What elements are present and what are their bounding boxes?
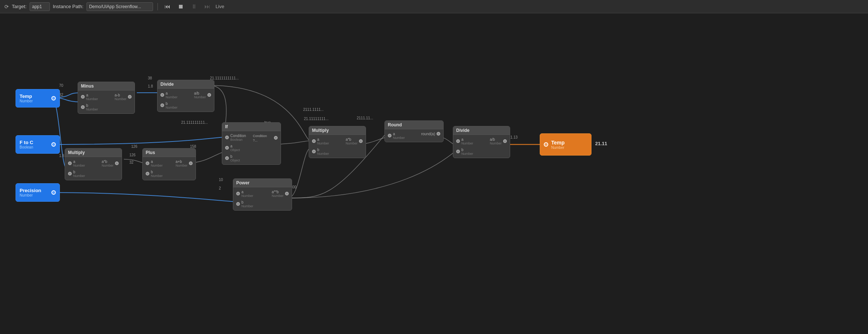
multiply2-node[interactable]: Multiply aNumber bNumber a*bNumber bbox=[309, 126, 366, 158]
divide1-port-out[interactable] bbox=[207, 93, 211, 97]
plus-input-a: aNumber bbox=[146, 159, 168, 167]
precision-input-title: Precision bbox=[20, 188, 41, 193]
multiply1-input-b: bNumber bbox=[68, 170, 92, 178]
multiply2-port-out[interactable] bbox=[359, 139, 363, 143]
minus-input-a: aNumber bbox=[81, 93, 105, 101]
forward-button[interactable]: ⏭ bbox=[202, 3, 213, 11]
round-port-a[interactable] bbox=[388, 134, 391, 137]
wire-value-70: 70 bbox=[59, 84, 63, 88]
wire-value-10: 10 bbox=[219, 178, 223, 182]
divide1-node[interactable]: Divide aNumber bNumber a/bNumber bbox=[157, 80, 214, 112]
ftoc-input-node[interactable]: F to C Boolean bbox=[16, 135, 60, 154]
divide2-input-b: bNumber bbox=[456, 147, 480, 156]
divider bbox=[157, 3, 158, 10]
precision-input-node[interactable]: Precision Number bbox=[16, 183, 60, 202]
divide2-port-a[interactable] bbox=[456, 139, 460, 143]
if-port-condition[interactable] bbox=[225, 136, 229, 139]
plus-input-b: bNumber bbox=[146, 170, 168, 178]
target-label: Target: bbox=[12, 4, 27, 9]
if-port-b[interactable] bbox=[225, 156, 229, 160]
round-port-out[interactable] bbox=[437, 132, 440, 136]
multiply2-header: Multiply bbox=[309, 126, 366, 135]
temp-output-port-in[interactable] bbox=[544, 142, 548, 147]
if-node[interactable]: If ConditionBoolean aObject bObject Co bbox=[222, 122, 281, 165]
round-input-a: aNumber bbox=[388, 132, 413, 140]
temp-output-node[interactable]: Temp Number bbox=[540, 133, 591, 156]
divide1-port-b[interactable] bbox=[160, 103, 164, 107]
minus-node[interactable]: Minus aNumber bNumber a-bNumber bbox=[78, 82, 135, 114]
divide2-port-out[interactable] bbox=[503, 139, 507, 143]
minus-port-b[interactable] bbox=[81, 105, 85, 109]
multiply2-input-a: aNumber bbox=[312, 137, 336, 145]
divide1-header: Divide bbox=[157, 80, 214, 89]
wire-value-21111c: 21.111111111... bbox=[181, 120, 208, 125]
multiply1-header: Multiply bbox=[65, 149, 122, 157]
multiply1-node[interactable]: Multiply aNumber bNumber a*bNumber bbox=[65, 148, 122, 180]
divide2-node[interactable]: Divide aNumber bNumber a/bNumber bbox=[453, 126, 510, 158]
plus-port-a[interactable] bbox=[146, 161, 149, 165]
precision-input-port[interactable] bbox=[51, 190, 56, 195]
wire-value-2111x: 2111.1111... bbox=[303, 108, 324, 112]
minus-port-out[interactable] bbox=[128, 95, 132, 99]
instance-path-select[interactable]: Demo/UIApp Screenflow... bbox=[87, 2, 153, 11]
wire-value-2111b: 2111.11... bbox=[357, 116, 373, 120]
multiply1-port-a[interactable] bbox=[68, 161, 72, 165]
temp-input-title: Temp bbox=[20, 93, 33, 99]
ftoc-input-port[interactable] bbox=[51, 142, 56, 147]
temp-input-port[interactable] bbox=[51, 96, 56, 100]
divide1-port-a[interactable] bbox=[160, 93, 164, 97]
plus-port-b[interactable] bbox=[146, 172, 149, 175]
multiply2-port-a[interactable] bbox=[312, 139, 316, 143]
temp-input-node[interactable]: Temp Number bbox=[16, 89, 60, 108]
divide2-port-b[interactable] bbox=[456, 150, 460, 153]
connections-svg bbox=[0, 13, 868, 334]
power-port-a[interactable] bbox=[236, 192, 240, 195]
divide2-header: Divide bbox=[453, 126, 510, 135]
instance-path-label: Instance Path: bbox=[53, 4, 84, 9]
wire-value-21111: 21.1111111111... bbox=[210, 76, 239, 80]
multiply2-input-b: bNumber bbox=[312, 147, 336, 156]
precision-input-subtitle: Number bbox=[20, 193, 41, 197]
target-icon: ⟳ bbox=[4, 4, 9, 10]
power-port-b[interactable] bbox=[236, 202, 240, 206]
temp-output-value: 21.11 bbox=[595, 141, 607, 146]
multiply1-port-b[interactable] bbox=[68, 172, 72, 175]
divide1-input-a: aNumber bbox=[160, 91, 184, 99]
temp-input-subtitle: Number bbox=[20, 99, 33, 103]
stop-button[interactable]: ⏹ bbox=[176, 3, 186, 11]
if-input-b: bObject bbox=[225, 154, 250, 162]
wire-value-126b: 126 bbox=[131, 144, 138, 149]
multiply2-port-b[interactable] bbox=[312, 150, 316, 153]
wire-value-32b: 32 bbox=[129, 160, 133, 164]
divide1-output: a/bNumber bbox=[194, 91, 211, 99]
multiply1-port-out[interactable] bbox=[115, 161, 119, 165]
wire-value-38: 38 bbox=[148, 76, 152, 80]
multiply2-output: a*bNumber bbox=[346, 137, 363, 145]
target-select[interactable]: app1 bbox=[30, 2, 50, 11]
pause-button[interactable]: ⏸ bbox=[189, 3, 199, 11]
plus-output: a+bNumber bbox=[176, 159, 193, 167]
ftoc-input-title: F to C bbox=[20, 140, 33, 145]
divide1-input-b: bNumber bbox=[160, 101, 184, 109]
minus-input-b: bNumber bbox=[81, 103, 105, 111]
wire-value-21111b: 21.11111111... bbox=[304, 117, 329, 121]
round-node[interactable]: Round aNumber round(a) bbox=[384, 120, 444, 142]
multiply1-input-a: aNumber bbox=[68, 159, 92, 167]
minus-output: a-bNumber bbox=[115, 93, 132, 101]
if-port-a[interactable] bbox=[225, 146, 229, 150]
plus-node[interactable]: Plus aNumber bNumber a+bNumber bbox=[142, 148, 196, 180]
wire-value-18b: 1.8 bbox=[59, 154, 64, 158]
if-output: Condition ?... bbox=[253, 133, 278, 142]
minus-port-a[interactable] bbox=[81, 95, 85, 99]
round-output: round(a) bbox=[421, 132, 440, 136]
power-node[interactable]: Power aNumber bNumber a**bNumber bbox=[233, 178, 292, 211]
minus-header: Minus bbox=[78, 82, 135, 91]
plus-port-out[interactable] bbox=[189, 161, 193, 165]
rewind-button[interactable]: ⏮ bbox=[162, 3, 173, 11]
wire-value-2: 2 bbox=[219, 186, 221, 190]
multiply1-output: a*bNumber bbox=[102, 159, 119, 167]
power-port-out[interactable] bbox=[285, 192, 289, 195]
power-input-a: aNumber bbox=[236, 190, 261, 198]
live-label: Live bbox=[216, 4, 224, 9]
if-port-out[interactable] bbox=[274, 136, 278, 140]
